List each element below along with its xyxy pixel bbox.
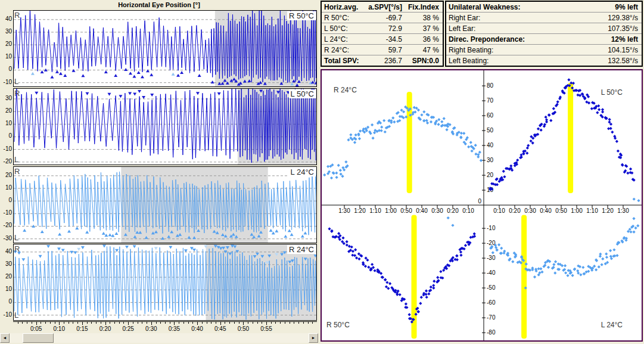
beat-marker-up-triangle (180, 71, 183, 74)
eye-trace-chart-l50[interactable] (13, 88, 317, 165)
spv-cursor-spv-l50[interactable] (568, 83, 573, 193)
spv-point (430, 120, 433, 123)
spv-point (382, 119, 385, 122)
spv-point (615, 140, 618, 143)
major-time-tick (220, 322, 221, 325)
minor-time-tick (225, 322, 225, 324)
beat-marker-up-triangle (58, 233, 61, 235)
scrollbar-thumb[interactable] (23, 333, 54, 343)
stats-row-r24: R 24°C: 59.7 47 % (322, 45, 443, 55)
spv-x-tick-label: 0:50 (555, 207, 567, 214)
spv-x-tick-label: 0:10 (493, 207, 505, 214)
beat-marker-down-triangle (150, 94, 154, 97)
time-tick-label: 0:05 (30, 326, 42, 332)
spv-point (547, 266, 550, 269)
eye-trace-chart-r24[interactable] (13, 244, 317, 321)
y-tick-label: -10 (0, 210, 12, 216)
spv-scatter-svg: 0:100:100:200:200:300:300:400:400:500:50… (322, 70, 642, 340)
spv-point (347, 138, 350, 141)
spv-point (405, 302, 407, 305)
minor-time-tick (271, 322, 272, 324)
beat-marker-up-triangle (198, 74, 201, 77)
summary-value: 9% left (615, 3, 642, 11)
eye-trace-chart-r50[interactable] (13, 10, 317, 87)
spv-point (478, 151, 481, 154)
spv-point (323, 173, 326, 176)
spv-point (473, 233, 476, 235)
minor-time-tick (87, 322, 88, 324)
y-tick-label: 10 (0, 286, 12, 292)
beat-marker-up-triangle (102, 232, 105, 235)
quadrant-label-r50: R 50°C (326, 321, 350, 329)
spv-point (422, 119, 425, 122)
spv-point (350, 246, 353, 249)
eye-trace-chart-l24[interactable] (13, 166, 317, 243)
spv-point (539, 267, 542, 270)
summary-value: 104.15°/s (608, 46, 642, 54)
spv-point (459, 253, 462, 256)
spv-cursor-spv-l24[interactable] (521, 215, 527, 339)
minor-time-tick (123, 322, 124, 324)
spv-point (335, 176, 338, 179)
spv-point (632, 230, 635, 233)
beat-marker-up-triangle (141, 75, 144, 78)
spv-y-tick-label: 20 (487, 172, 494, 178)
minor-time-tick (133, 322, 133, 324)
stats-row-l50: L 50°C: 72.9 37 % (322, 23, 443, 34)
major-time-tick (197, 322, 198, 325)
spv-point (564, 264, 567, 267)
spv-point (564, 271, 567, 274)
spv-point (526, 147, 529, 150)
spv-point (348, 245, 351, 248)
summary-value: 107.35°/s (608, 24, 642, 33)
minor-time-tick (202, 322, 203, 324)
summary-value: 129.38°/s (608, 14, 642, 22)
minor-time-tick (294, 322, 294, 324)
spv-x-tick-label: 0:30 (431, 207, 443, 214)
scroll-left-button[interactable]: ◄ (0, 333, 10, 343)
beat-marker-up-triangle (114, 232, 118, 235)
spv-x-tick-label: 1:10 (369, 207, 381, 214)
minor-time-tick (73, 322, 73, 324)
minor-time-tick (303, 322, 304, 324)
spv-point (416, 310, 419, 313)
spv-point (617, 150, 620, 153)
spv-x-tick-label: 1:20 (354, 207, 366, 214)
beat-marker-down-triangle (190, 247, 194, 250)
spv-point (432, 284, 435, 287)
beat-marker-up-triangle (108, 233, 112, 236)
horizontal-scrollbar[interactable]: ◄ ► (0, 333, 318, 343)
beat-marker-up-triangle (211, 80, 214, 83)
stats-label: R 24°C: (322, 46, 364, 54)
minor-time-tick (179, 322, 179, 324)
spv-y-tick-label: -50 (487, 284, 496, 291)
spv-point (433, 280, 435, 283)
beat-marker-down-triangle (133, 245, 136, 248)
minor-time-tick (138, 322, 138, 324)
spv-point (497, 243, 500, 246)
spv-point (605, 256, 608, 259)
beat-marker-up-triangle (146, 69, 150, 72)
spv-point (567, 78, 570, 81)
scroll-right-button[interactable]: ► (309, 333, 318, 343)
spv-point (597, 104, 600, 107)
beat-marker-down-triangle (35, 92, 38, 95)
stats-header-row: Horiz.avg. a.SPV[°/s] Fix.Index (322, 2, 443, 13)
minor-time-tick (308, 322, 309, 324)
spv-cursor-spv-r24[interactable] (407, 92, 412, 193)
minor-time-tick (142, 322, 142, 324)
spv-point (601, 258, 604, 261)
spv-point (554, 260, 557, 263)
y-tick-label: 40 (0, 249, 12, 255)
corner-letter-left: L (14, 311, 18, 319)
spv-point (547, 113, 550, 116)
beat-marker-up-triangle (63, 74, 67, 77)
minor-time-tick (234, 322, 235, 324)
spv-point (491, 251, 494, 254)
beat-marker-up-triangle (288, 229, 291, 232)
spv-point (380, 126, 383, 129)
spv-point (399, 293, 402, 296)
right-ear-row: Right Ear: 129.38°/s (446, 13, 642, 23)
spv-x-tick-label: 0:20 (509, 207, 521, 214)
spv-butterfly-panel[interactable]: R 24°C L 50°C R 50°C L 24°C 0:100:100:20… (321, 69, 643, 342)
